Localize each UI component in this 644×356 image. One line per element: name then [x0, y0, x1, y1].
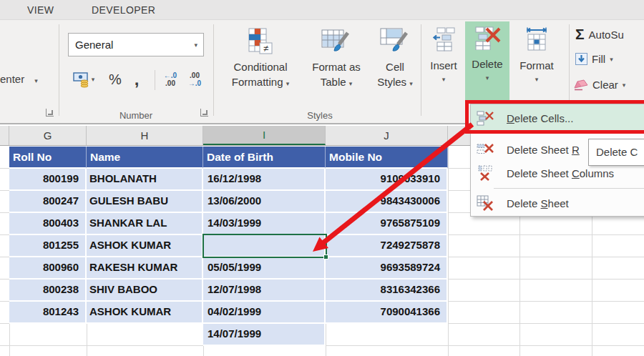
tab-developer[interactable]: DEVELOPER	[92, 0, 155, 20]
cell-roll[interactable]: 800960	[9, 257, 87, 280]
active-cell-selection[interactable]	[203, 234, 327, 258]
cell-mobile[interactable]: 7249275878	[326, 235, 448, 257]
cell-name[interactable]: GULESH BABU	[87, 191, 203, 213]
percent-label: %	[109, 71, 122, 88]
number-format-value: General	[75, 39, 113, 51]
cell-mobile[interactable]: 9843430006	[326, 191, 448, 213]
delete-sheet-columns-icon	[477, 165, 494, 181]
cell-dob[interactable]: 12/07/1998	[203, 280, 326, 302]
menu-item-delete-sheet[interactable]: Delete Sheet	[471, 192, 644, 214]
tooltip: Delete C	[588, 139, 644, 166]
increase-decimal-button[interactable]: ←.0 .00	[159, 66, 182, 93]
cell-mobile[interactable]: 8316342366	[326, 280, 448, 302]
cell-styles-icon	[379, 27, 411, 57]
cell-name[interactable]: BHOLANATH	[87, 169, 203, 191]
cell-roll[interactable]: 801243	[9, 302, 87, 324]
cell-styles-button[interactable]: Cell Styles ▾	[371, 26, 419, 114]
cell-mobile[interactable]	[326, 324, 448, 346]
delete-button[interactable]: Delete ▾	[465, 21, 509, 102]
chevron-down-icon: ▾	[511, 76, 562, 83]
comma-style-button[interactable]: ,	[129, 66, 145, 93]
column-header-h[interactable]: H	[87, 126, 203, 145]
comma-label: ,	[135, 69, 140, 89]
cell-dob[interactable]: 14/07/1999	[203, 324, 326, 346]
chevron-down-icon: ▾	[424, 76, 464, 83]
cell-dob[interactable]: 14/03/1999	[203, 213, 326, 235]
cell-mobile[interactable]: 9109033910	[326, 169, 448, 191]
table-header-dob[interactable]: Date of Birth	[203, 147, 326, 169]
table-header-roll[interactable]: Roll No	[9, 147, 87, 169]
decrease-decimal-icon-top: .00	[190, 71, 200, 79]
cell-mobile[interactable]: 9765875109	[326, 213, 448, 235]
number-dialog-launcher-icon[interactable]	[200, 109, 208, 117]
menu-label-key: C	[572, 167, 580, 179]
format-as-table-label-1: Format as	[312, 61, 361, 73]
number-group-label: Number	[68, 110, 204, 121]
accounting-format-button[interactable]: ▾	[67, 66, 101, 93]
menu-label-pre: Delete	[507, 197, 541, 209]
autosum-label: AutoSu	[589, 29, 624, 41]
table-header-mobile[interactable]: Mobile No	[326, 147, 448, 169]
fill-label: Fill	[592, 53, 605, 65]
cell-mobile[interactable]: 9693589724	[326, 257, 448, 280]
svg-text:≠: ≠	[263, 43, 268, 54]
percent-style-button[interactable]: %	[104, 66, 126, 93]
column-header-j[interactable]: J	[326, 126, 448, 145]
table-header-name[interactable]: Name	[87, 147, 203, 169]
conditional-formatting-icon: ≠	[245, 27, 275, 57]
currency-icon	[73, 71, 92, 88]
conditional-formatting-button[interactable]: ≠ Conditional Formatting ▾	[219, 26, 302, 114]
format-as-table-button[interactable]: Format as Table ▾	[305, 26, 368, 114]
delete-cells-ribbon-icon	[474, 26, 501, 50]
column-header-f[interactable]	[0, 126, 9, 145]
decrease-decimal-button[interactable]: .00 →.0	[183, 66, 206, 93]
chevron-down-icon: ▾	[349, 80, 353, 87]
merge-center-label: enter	[0, 73, 24, 85]
column-header-g[interactable]: G	[9, 126, 87, 145]
cell-dob[interactable]: 05/05/1999	[203, 257, 326, 280]
menu-separator	[494, 188, 644, 189]
autosum-button[interactable]: Σ AutoSu	[575, 26, 624, 43]
eraser-icon	[572, 79, 588, 91]
sigma-icon: Σ	[575, 26, 585, 43]
chevron-down-icon: ▾	[465, 74, 509, 81]
merge-center-button[interactable]: enter▾	[0, 73, 38, 85]
mini-divider	[155, 70, 155, 90]
fill-handle[interactable]	[323, 254, 328, 259]
cell-name[interactable]	[87, 324, 203, 346]
menu-label-pre: Delete Sheet	[507, 144, 572, 156]
clear-button[interactable]: Clear ▾	[572, 79, 625, 91]
alignment-dialog-launcher-icon[interactable]	[46, 109, 54, 117]
cell-dob[interactable]: 13/06/2000	[203, 191, 326, 213]
cell-name[interactable]: RAKESH KUMAR	[87, 257, 203, 280]
increase-decimal-icon-bottom: .00	[165, 79, 175, 87]
cell-dob[interactable]: 04/02/1999	[203, 302, 326, 324]
delete-label: Delete	[465, 58, 509, 70]
cell-mobile[interactable]: 7090041366	[326, 302, 448, 324]
cell-roll[interactable]: 800403	[9, 213, 87, 235]
chevron-down-icon: ▾	[610, 56, 613, 63]
delete-sheet-rows-icon	[477, 142, 494, 157]
tab-view[interactable]: VIEW	[27, 0, 54, 20]
cell-name[interactable]: ASHOK KUMAR	[87, 302, 203, 324]
cell-roll[interactable]	[9, 324, 87, 346]
cell-name[interactable]: SHANKAR LAL	[87, 213, 203, 235]
insert-cells-icon	[431, 27, 457, 51]
cell-name[interactable]: ASHOK KUMAR	[87, 235, 203, 257]
fill-button[interactable]: Fill ▾	[575, 53, 613, 65]
insert-label: Insert	[424, 59, 464, 71]
menu-label-key: S	[541, 197, 548, 209]
cell-roll[interactable]: 800247	[9, 191, 87, 213]
group-divider	[421, 24, 421, 116]
number-format-combobox[interactable]: General ▾	[68, 33, 204, 56]
insert-button[interactable]: Insert ▾	[424, 26, 464, 114]
conditional-formatting-label-1: Conditional	[233, 61, 287, 73]
cell-roll[interactable]: 800199	[9, 169, 87, 191]
cell-dob[interactable]: 16/12/1998	[203, 169, 326, 191]
column-header-i[interactable]: I	[203, 126, 326, 145]
cell-name[interactable]: SHIV BABOO	[87, 280, 203, 302]
cell-roll[interactable]: 800238	[9, 280, 87, 302]
cell-styles-label-2: Styles	[377, 76, 406, 88]
menu-label-key: R	[572, 144, 580, 156]
cell-roll[interactable]: 801255	[9, 235, 87, 257]
